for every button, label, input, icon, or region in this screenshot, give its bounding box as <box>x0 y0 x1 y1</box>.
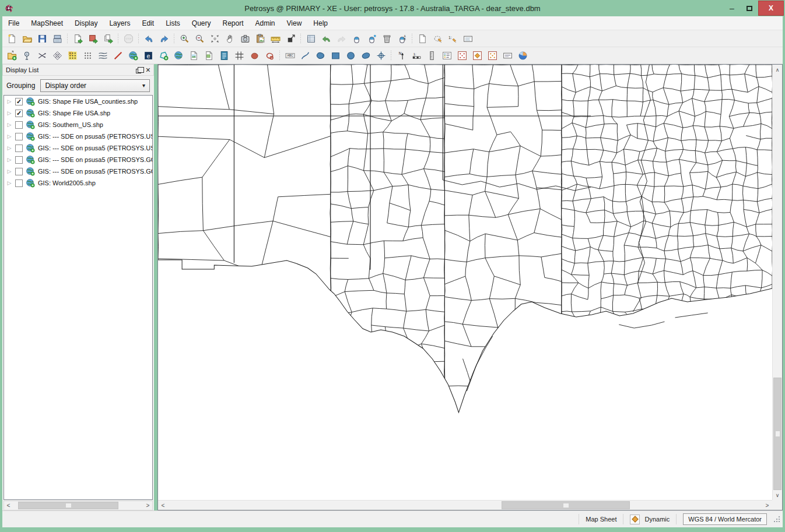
zoom-out-button[interactable] <box>192 31 207 46</box>
zoom-in-button[interactable] <box>177 31 192 46</box>
expand-arrow-icon[interactable]: ▷ <box>6 180 12 186</box>
menu-item-view[interactable]: View <box>281 17 308 30</box>
layer-tree-row[interactable]: ▷GIS: --- SDE on psusa5 (PETROSYS.GO <box>4 165 152 177</box>
globe-pie-button[interactable] <box>515 48 530 63</box>
menu-item-admin[interactable]: Admin <box>250 17 281 30</box>
resize-extents-button[interactable] <box>283 31 298 46</box>
menu-item-query[interactable]: Query <box>186 17 217 30</box>
shape-red-button[interactable] <box>247 48 262 63</box>
export-map-button[interactable] <box>85 31 100 46</box>
frame-grid-button[interactable] <box>232 48 247 63</box>
scroll-left-icon[interactable]: < <box>4 501 13 510</box>
new-document-button[interactable] <box>4 31 19 46</box>
query-mouse-button[interactable] <box>364 31 379 46</box>
new-page-button[interactable] <box>415 31 430 46</box>
view-redo-button[interactable] <box>156 31 171 46</box>
well-marker-button[interactable] <box>373 48 388 63</box>
layer-checkbox[interactable] <box>15 133 23 140</box>
menu-item-file[interactable]: File <box>2 17 25 30</box>
image-page-button[interactable] <box>186 48 201 63</box>
measure-distance-button[interactable] <box>268 31 283 46</box>
menu-item-lists[interactable]: Lists <box>160 17 186 30</box>
view-previous-button[interactable] <box>141 31 156 46</box>
layer-tree-row[interactable]: ▷GIS: --- SDE on psusa5 (PETROSYS.GO <box>4 154 152 165</box>
draw-ellipse-button[interactable] <box>358 48 373 63</box>
export-image-button[interactable] <box>70 31 85 46</box>
add-gis-folder-button[interactable] <box>4 48 19 63</box>
document-blue-button[interactable] <box>216 48 232 63</box>
zoom-extents-button[interactable] <box>207 31 222 46</box>
globe-button[interactable] <box>171 48 186 63</box>
menu-item-layers[interactable]: Layers <box>103 17 136 30</box>
menu-item-report[interactable]: Report <box>217 17 250 30</box>
layer-tree-row[interactable]: ▷✓GIS: Shape File USA_counties.shp <box>4 96 152 107</box>
resize-grip[interactable] <box>773 515 781 523</box>
ruler-button[interactable] <box>424 48 439 63</box>
map-vertical-scrollbar[interactable]: ∧ ∨ <box>772 65 782 500</box>
diamond-panel-button[interactable] <box>469 48 485 63</box>
draw-curve-button[interactable] <box>297 48 313 63</box>
edit-sequence-button[interactable]: 1: <box>445 31 460 46</box>
draw-polygon-button[interactable] <box>313 48 328 63</box>
layer-tree-row[interactable]: ▷GIS: --- SDE on psusa5 (PETROSYS.USA <box>4 131 152 142</box>
scale-bar-button[interactable]: 1: <box>409 48 424 63</box>
expand-arrow-icon[interactable]: ▷ <box>6 157 12 163</box>
menu-item-help[interactable]: Help <box>307 17 334 30</box>
shape-red-2-button[interactable] <box>262 48 277 63</box>
culture-e-button[interactable]: e <box>141 48 156 63</box>
image-page-2-button[interactable] <box>201 48 216 63</box>
draw-circle-button[interactable] <box>343 48 358 63</box>
scroll-left-icon[interactable]: < <box>158 501 168 510</box>
legend-button[interactable] <box>439 48 454 63</box>
scroll-right-icon[interactable]: > <box>143 501 152 510</box>
map-sheet-status[interactable]: Map Sheet <box>584 516 618 523</box>
layer-checkbox[interactable] <box>15 156 23 164</box>
expand-arrow-icon[interactable]: ▷ <box>6 168 12 174</box>
map-vscroll-thumb[interactable] <box>773 378 782 490</box>
paste-image-button[interactable] <box>253 31 268 46</box>
minimize-button[interactable]: – <box>723 1 741 16</box>
layer-checkbox[interactable]: ✓ <box>15 98 23 105</box>
snapshot-button[interactable] <box>237 31 253 46</box>
expand-arrow-icon[interactable]: ▷ <box>6 98 12 104</box>
text-abc-button[interactable]: ABC <box>282 48 297 63</box>
layer-checkbox[interactable] <box>15 121 23 129</box>
layer-checkbox[interactable] <box>15 179 23 187</box>
close-panel-icon[interactable]: × <box>146 66 150 74</box>
report-table-button[interactable] <box>303 31 318 46</box>
north-arrow-button[interactable]: N <box>394 48 409 63</box>
layer-checkbox[interactable]: ✓ <box>15 110 23 117</box>
open-folder-button[interactable] <box>19 31 34 46</box>
print-map-button[interactable] <box>50 31 65 46</box>
redo-edit-button[interactable] <box>334 31 349 46</box>
layer-tree[interactable]: ▷✓GIS: Shape File USA_counties.shp▷✓GIS:… <box>3 95 153 500</box>
projection-status[interactable]: WGS 84 / World Mercator <box>683 513 767 525</box>
map-hscroll-thumb[interactable] <box>502 501 630 509</box>
flowlines-button[interactable] <box>34 48 50 63</box>
layer-checkbox[interactable] <box>15 145 23 152</box>
maximize-button[interactable] <box>741 1 758 16</box>
dots-panel-button[interactable] <box>454 48 469 63</box>
contours-button[interactable] <box>95 48 110 63</box>
well-symbol-button[interactable] <box>19 48 34 63</box>
layer-tree-row[interactable]: ▷GIS: World2005.shp <box>4 177 152 189</box>
map-canvas[interactable] <box>158 65 772 500</box>
undo-edit-button[interactable] <box>318 31 334 46</box>
grouping-dropdown[interactable]: Display order ▾ <box>40 79 150 92</box>
pan-button[interactable] <box>222 31 237 46</box>
gis-globe-add-button[interactable] <box>125 48 141 63</box>
expand-arrow-icon[interactable]: ▷ <box>6 133 12 139</box>
grid-button[interactable] <box>80 48 95 63</box>
layer-tree-row[interactable]: ▷GIS: Southern_US.shp <box>4 119 152 131</box>
stop-button[interactable]: STOP <box>121 31 136 46</box>
layer-checkbox[interactable] <box>15 168 23 175</box>
menu-item-edit[interactable]: Edit <box>136 17 160 30</box>
menu-item-display[interactable]: Display <box>69 17 103 30</box>
dynamic-mode-button[interactable] <box>630 515 640 524</box>
mesh-button[interactable] <box>50 48 65 63</box>
layer-tree-row[interactable]: ▷GIS: --- SDE on psusa5 (PETROSYS.USA <box>4 142 152 154</box>
menu-item-mapsheet[interactable]: MapSheet <box>25 17 69 30</box>
expand-arrow-icon[interactable]: ▷ <box>6 145 12 151</box>
save-button[interactable] <box>34 31 50 46</box>
expand-arrow-icon[interactable]: ▷ <box>6 122 12 128</box>
